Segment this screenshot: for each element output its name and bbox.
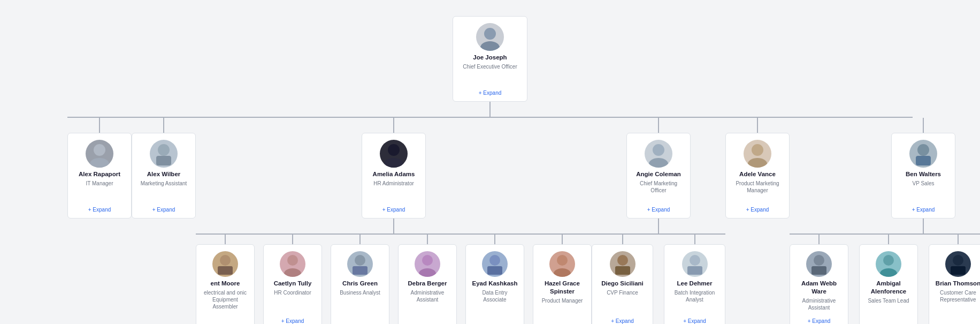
node-title: Product Marketing Manager — [731, 180, 784, 194]
node-alex-rapaport: Alex Rapaport IT Manager + Expand — [67, 133, 132, 218]
node-title: Administrative Assistant — [795, 297, 843, 311]
svg-point-24 — [690, 255, 700, 266]
child-brian: Brian Thomson Customer Care Representati… — [929, 235, 980, 324]
expand-btn[interactable]: + Expand — [281, 317, 304, 324]
root-node: Joe Joseph Chief Executive Officer + Exp… — [453, 16, 527, 102]
expand-btn[interactable]: + Expand — [88, 206, 111, 214]
node-name: Alex Wilber — [147, 170, 181, 178]
avatar — [549, 251, 575, 277]
root-expand-btn[interactable]: + Expand — [479, 89, 502, 97]
level1-item-5: Adele Vance Product Marketing Manager + … — [725, 118, 790, 324]
svg-point-16 — [489, 255, 500, 266]
svg-point-8 — [220, 255, 231, 266]
node-title: HR Coordinator — [274, 289, 311, 296]
level1-item-6: Ben Walters VP Sales + Expand — [790, 118, 980, 324]
node-name: Caetlyn Tully — [274, 280, 312, 288]
svg-point-21 — [649, 158, 668, 168]
avatar — [212, 251, 238, 277]
avatar — [476, 23, 504, 51]
expand-btn[interactable]: + Expand — [611, 317, 634, 324]
child-hazel-grace: Hazel Grace Spinster Product Manager — [533, 235, 592, 324]
node-debra-berger: Debra Berger Administrative Assistant — [398, 244, 457, 324]
svg-rect-5 — [156, 156, 171, 165]
avatar — [909, 140, 937, 168]
svg-rect-31 — [811, 266, 826, 275]
expand-btn[interactable]: + Expand — [746, 206, 769, 214]
level1-item-0: Alex Rapaport IT Manager + Expand — [67, 118, 132, 324]
node-amelia-adams: Amelia Adams HR Administrator + Expand — [362, 133, 426, 218]
child-debra-berger: Debra Berger Administrative Assistant — [398, 235, 457, 324]
svg-point-19 — [554, 268, 571, 277]
expand-btn[interactable]: + Expand — [382, 206, 405, 214]
svg-point-10 — [287, 255, 298, 266]
node-adam: Adam Webb Ware Administrative Assistant … — [790, 244, 848, 324]
node-title: Sales Team Lead — [868, 297, 909, 304]
node-title: Data Entry Associate — [471, 289, 518, 303]
svg-point-32 — [883, 255, 894, 266]
svg-point-2 — [94, 144, 105, 156]
svg-rect-17 — [487, 266, 502, 275]
node-alex-wilber: Alex Wilber Marketing Assistant + Expand — [132, 133, 196, 218]
level1-row: Alex Rapaport IT Manager + Expand Alex W… — [67, 118, 913, 324]
node-name: Lee Dehmer — [677, 280, 713, 288]
avatar — [945, 251, 971, 277]
svg-point-6 — [388, 144, 400, 156]
expand-btn[interactable]: + Expand — [647, 206, 670, 214]
node-title: Product Manager — [542, 297, 583, 304]
node-chris-green: Chris Green Business Analyst — [331, 244, 389, 324]
svg-point-0 — [484, 28, 496, 40]
root-title: Chief Executive Officer — [463, 63, 517, 70]
node-diego: Diego Siciliani CVP Finance + Expand — [592, 244, 653, 324]
child-lee-dehmer: Lee Dehmer Batch Integration Analyst + E… — [664, 235, 725, 324]
level1-item-2: Amelia Adams HR Administrator + Expand — [196, 118, 592, 324]
svg-point-4 — [158, 144, 170, 156]
child-chris-green: Chris Green Business Analyst — [331, 235, 389, 324]
node-name: Ben Walters — [906, 170, 941, 178]
expand-btn[interactable]: + Expand — [912, 206, 935, 214]
avatar — [645, 140, 672, 168]
svg-point-15 — [419, 268, 436, 277]
svg-point-7 — [384, 158, 403, 168]
svg-point-11 — [284, 268, 301, 277]
ben-children: Adam Webb Ware Administrative Assistant … — [790, 235, 980, 324]
child-eyad-kashkash: Eyad Kashkash Data Entry Associate — [465, 235, 524, 324]
svg-point-30 — [814, 255, 824, 266]
avatar — [876, 251, 901, 277]
node-name: Diego Siciliani — [601, 280, 644, 288]
svg-point-20 — [653, 144, 664, 156]
node-brian: Brian Thomson Customer Care Representati… — [929, 244, 980, 324]
node-name: Brian Thomson — [936, 280, 980, 288]
expand-btn[interactable]: + Expand — [152, 206, 175, 214]
svg-point-12 — [355, 255, 365, 266]
avatar — [610, 251, 636, 277]
svg-point-27 — [748, 158, 767, 168]
node-name: Amelia Adams — [373, 170, 415, 178]
svg-point-14 — [422, 255, 433, 266]
angie-children: Diego Siciliani CVP Finance + Expand — [592, 235, 725, 324]
node-angie-coleman: Angie Coleman Chief Marketing Officer + … — [626, 133, 691, 218]
child-diego: Diego Siciliani CVP Finance + Expand — [592, 235, 653, 324]
expand-btn[interactable]: + Expand — [808, 317, 831, 324]
avatar — [347, 251, 373, 277]
expand-btn[interactable]: + Expand — [683, 317, 706, 324]
node-adele-vance: Adele Vance Product Marketing Manager + … — [725, 133, 790, 218]
node-name: Eyad Kashkash — [472, 280, 517, 288]
node-ent-moore: ent Moore electrical and onic Equipment … — [196, 244, 255, 324]
root-name: Joe Joseph — [473, 54, 507, 62]
node-hazel-grace: Hazel Grace Spinster Product Manager — [533, 244, 592, 324]
node-title: CVP Finance — [607, 289, 638, 296]
node-lee-dehmer: Lee Dehmer Batch Integration Analyst + E… — [664, 244, 725, 324]
svg-point-18 — [557, 255, 568, 266]
child-ent-moore: ent Moore electrical and onic Equipment … — [196, 235, 255, 324]
node-name: ent Moore — [211, 280, 240, 288]
node-title: Chief Marketing Officer — [632, 180, 685, 194]
svg-point-33 — [880, 268, 897, 277]
avatar — [682, 251, 708, 277]
svg-point-34 — [953, 255, 963, 266]
avatar — [380, 140, 408, 168]
node-name: Adele Vance — [739, 170, 776, 178]
avatar — [744, 140, 771, 168]
node-name: Debra Berger — [408, 280, 447, 288]
level1-item-1: Alex Wilber Marketing Assistant + Expand — [132, 118, 196, 324]
avatar — [482, 251, 508, 277]
